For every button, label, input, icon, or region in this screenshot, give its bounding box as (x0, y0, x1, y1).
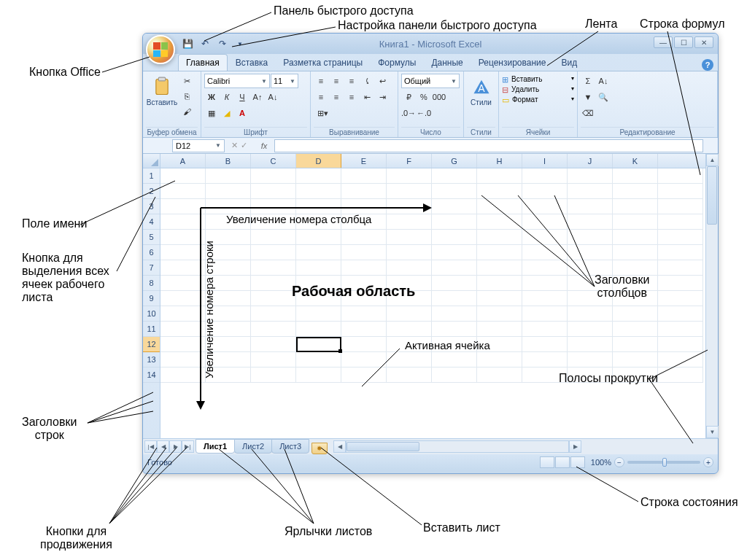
align-top-icon[interactable]: ≡ (314, 74, 328, 88)
column-header[interactable]: C (251, 154, 296, 168)
delete-cells-button[interactable]: ⊟Удалить▾ (502, 85, 574, 95)
help-icon[interactable]: ? (702, 59, 713, 71)
align-left-icon[interactable]: ≡ (314, 90, 328, 104)
align-right-icon[interactable]: ≡ (344, 90, 359, 104)
paste-button[interactable]: Вставить (146, 74, 178, 127)
font-color-icon[interactable]: A (235, 106, 249, 120)
scroll-down-icon[interactable]: ▼ (706, 426, 719, 438)
nav-next-icon[interactable]: ▶ (169, 440, 182, 453)
row-header[interactable]: 6 (143, 245, 160, 260)
sort-icon[interactable]: A↓ (596, 74, 611, 88)
sheet-tab[interactable]: Лист3 (271, 439, 309, 454)
scroll-up-icon[interactable]: ▲ (706, 154, 719, 166)
zoom-slider[interactable] (627, 461, 700, 464)
format-cells-button[interactable]: ▭Формат▾ (502, 96, 574, 105)
tab-insert[interactable]: Вставка (228, 55, 276, 71)
column-header[interactable]: K (613, 154, 658, 168)
row-header[interactable]: 1 (143, 168, 160, 184)
row-header[interactable]: 12 (143, 337, 160, 352)
cut-icon[interactable]: ✂ (179, 74, 194, 88)
copy-icon[interactable]: ⎘ (179, 89, 194, 104)
view-page-layout-icon[interactable] (555, 456, 570, 468)
enter-icon[interactable]: ✓ (241, 141, 247, 150)
maximize-button[interactable]: ☐ (674, 36, 693, 48)
scroll-left-icon[interactable]: ◀ (333, 440, 346, 453)
decrease-indent-icon[interactable]: ⇤ (360, 90, 374, 104)
scroll-right-icon[interactable]: ▶ (569, 440, 581, 453)
sheet-tab[interactable]: Лист2 (234, 439, 272, 454)
merge-button[interactable]: ⊞▾ (314, 106, 332, 120)
row-header[interactable]: 8 (143, 276, 160, 291)
tab-view[interactable]: Вид (554, 55, 584, 71)
tab-data[interactable]: Данные (424, 55, 470, 71)
increase-decimal-icon[interactable]: .0→ (401, 106, 416, 120)
font-name-combo[interactable]: Calibri▼ (204, 74, 270, 88)
qat-customize-icon[interactable]: ▼ (233, 37, 247, 50)
sheet-tab[interactable]: Лист1 (196, 439, 235, 454)
nav-prev-icon[interactable]: ◀ (157, 440, 169, 453)
italic-button[interactable]: К (220, 90, 234, 104)
insert-cells-button[interactable]: ⊞Вставить▾ (502, 75, 574, 85)
cancel-icon[interactable]: ✕ (231, 141, 238, 150)
row-header[interactable]: 9 (143, 291, 160, 306)
percent-icon[interactable]: % (417, 90, 431, 104)
row-header[interactable]: 5 (143, 230, 160, 245)
column-header[interactable]: J (568, 154, 613, 168)
format-painter-icon[interactable]: 🖌 (179, 104, 194, 119)
bold-button[interactable]: Ж (204, 90, 219, 104)
view-page-break-icon[interactable] (570, 456, 585, 468)
align-bottom-icon[interactable]: ≡ (344, 74, 359, 88)
row-header[interactable]: 3 (143, 199, 160, 214)
fill-icon[interactable]: ▼ (581, 90, 595, 104)
vertical-scrollbar[interactable]: ▲ ▼ (705, 154, 718, 438)
undo-icon[interactable]: ↶ (198, 37, 212, 50)
styles-button[interactable]: A Стили (467, 74, 495, 127)
column-header[interactable]: A (160, 154, 206, 168)
column-header[interactable]: G (432, 154, 477, 168)
row-header[interactable]: 10 (143, 306, 160, 322)
increase-indent-icon[interactable]: ⇥ (375, 90, 390, 104)
wrap-text-icon[interactable]: ↩ (375, 74, 390, 88)
comma-icon[interactable]: 000 (432, 90, 446, 104)
fx-icon[interactable]: fx (257, 141, 271, 150)
zoom-out-button[interactable]: − (614, 457, 624, 467)
currency-icon[interactable]: ₽ (401, 90, 416, 104)
borders-icon[interactable]: ▦ (204, 106, 219, 120)
tab-home[interactable]: Главная (178, 54, 228, 71)
grow-font-icon[interactable]: A↑ (250, 90, 265, 104)
align-center-icon[interactable]: ≡ (329, 90, 344, 104)
office-button[interactable] (146, 35, 175, 64)
fill-color-icon[interactable]: ◢ (220, 106, 234, 120)
redo-icon[interactable]: ↷ (216, 37, 229, 50)
row-header[interactable]: 14 (143, 368, 160, 383)
row-header[interactable]: 2 (143, 184, 160, 199)
horizontal-scrollbar[interactable]: ◀ ▶ (333, 440, 581, 453)
number-format-combo[interactable]: Общий▼ (401, 74, 460, 88)
clear-icon[interactable]: ⌫ (581, 106, 595, 120)
active-cell[interactable] (296, 337, 341, 352)
row-header[interactable]: 4 (143, 214, 160, 230)
name-box[interactable]: D12▼ (172, 139, 225, 152)
column-header[interactable]: I (522, 154, 568, 168)
align-middle-icon[interactable]: ≡ (329, 74, 344, 88)
close-button[interactable]: ✕ (694, 36, 713, 48)
font-size-combo[interactable]: 11▼ (271, 74, 298, 88)
column-header[interactable]: B (206, 154, 251, 168)
autosum-icon[interactable]: Σ (581, 74, 595, 88)
insert-sheet-button[interactable]: ✸ (311, 443, 328, 454)
column-header[interactable]: E (341, 154, 387, 168)
zoom-in-button[interactable]: + (703, 457, 713, 467)
decrease-decimal-icon[interactable]: ←.0 (417, 106, 431, 120)
underline-button[interactable]: Ч (235, 90, 249, 104)
save-icon[interactable]: 💾 (181, 37, 194, 50)
column-header[interactable]: D (296, 154, 341, 168)
select-all-button[interactable] (143, 154, 160, 168)
orientation-icon[interactable]: ⤹ (360, 74, 374, 88)
tab-review[interactable]: Рецензирование (471, 55, 554, 71)
tab-page-layout[interactable]: Разметка страницы (276, 55, 370, 71)
row-header[interactable]: 11 (143, 322, 160, 337)
row-header[interactable]: 13 (143, 352, 160, 368)
tab-formulas[interactable]: Формулы (371, 55, 423, 71)
row-header[interactable]: 7 (143, 260, 160, 276)
find-icon[interactable]: 🔍 (596, 90, 611, 104)
